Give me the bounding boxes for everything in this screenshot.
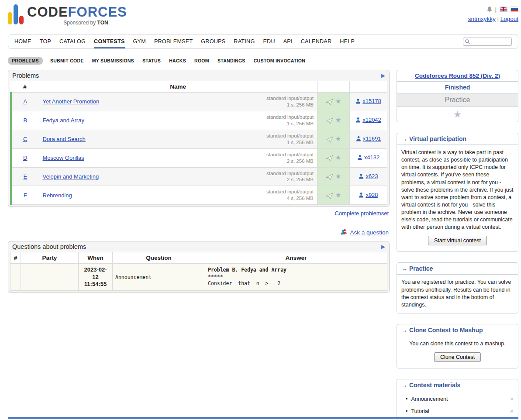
problem-index-link[interactable]: E — [23, 173, 27, 180]
problem-constraints: standard input/output1 s, 256 MB — [266, 114, 314, 127]
favorite-star-icon[interactable]: ★ — [335, 191, 341, 199]
virtual-participation-box: → Virtual participation Virtual contest … — [397, 133, 518, 252]
problem-index-link[interactable]: D — [23, 155, 27, 161]
material-announcement-link[interactable]: Announcement — [411, 396, 448, 402]
subnav-standings[interactable]: STANDINGS — [217, 57, 246, 65]
favorite-star-icon[interactable]: ★ — [335, 172, 341, 180]
submit-plane-icon[interactable] — [326, 192, 333, 200]
column-header-party: Party — [21, 252, 79, 264]
logout-link[interactable]: Logout — [500, 16, 518, 22]
column-header-question: Question — [113, 252, 205, 264]
virtual-participation-text: Virtual contest is a way to take part in… — [401, 149, 514, 231]
material-item: • Announcement × — [397, 393, 518, 405]
separator: | — [495, 6, 497, 13]
submit-plane-icon[interactable] — [326, 136, 333, 143]
nav-home[interactable]: HOME — [14, 34, 31, 48]
flag-ru-icon[interactable] — [511, 7, 518, 12]
virtual-participation-title: → Virtual participation — [397, 133, 518, 145]
submit-plane-icon[interactable] — [326, 98, 333, 106]
column-header-q-index: # — [10, 252, 21, 264]
solved-count-link[interactable]: x15178 — [355, 98, 381, 104]
bell-icon[interactable] — [487, 6, 492, 12]
sidebar: Codeforces Round 852 (Div. 2) Finished P… — [397, 70, 518, 420]
nav-top[interactable]: TOP — [40, 34, 51, 48]
problem-title-link[interactable]: Moscow Gorillas — [43, 155, 84, 161]
contest-subnav: PROBLEMS SUBMIT CODE MY SUBMISSIONS STAT… — [8, 57, 518, 65]
problem-index-link[interactable]: F — [24, 192, 27, 199]
solved-count-link[interactable]: x4132 — [357, 154, 380, 161]
start-virtual-contest-button[interactable]: Start virtual contest — [428, 236, 487, 245]
column-header-when: When — [79, 252, 113, 264]
solved-count-link[interactable]: x11691 — [356, 135, 381, 142]
submit-plane-icon[interactable] — [326, 155, 333, 162]
practice-box: → Practice You are registered for practi… — [397, 262, 518, 313]
subnav-problems[interactable]: PROBLEMS — [8, 57, 43, 65]
person-icon — [357, 155, 362, 160]
column-header-actions — [317, 81, 350, 93]
problem-row-b: B Fedya and Array standard input/output1… — [11, 111, 387, 130]
favorite-star-icon[interactable]: ★ — [335, 116, 341, 124]
solved-count-link[interactable]: x623 — [359, 173, 378, 179]
nav-rating[interactable]: RATING — [234, 34, 255, 48]
favorite-star-icon[interactable]: ★ — [335, 97, 341, 105]
close-icon[interactable]: × — [510, 408, 514, 414]
contest-status-box: Codeforces Round 852 (Div. 2) Finished P… — [397, 70, 518, 122]
column-header-name: Name — [39, 81, 317, 93]
solved-count-link[interactable]: x12042 — [355, 117, 381, 123]
clone-contest-button[interactable]: Clone Contest — [434, 352, 481, 362]
subnav-hacks[interactable]: HACKS — [168, 57, 187, 65]
complete-problemset-link[interactable]: Complete problemset — [335, 210, 389, 217]
nav-contests[interactable]: CONTESTS — [94, 34, 124, 48]
problem-row-d: D Moscow Gorillas standard input/output2… — [11, 148, 387, 167]
material-item: • Tutorial × — [397, 405, 518, 417]
solved-count-link[interactable]: x928 — [359, 192, 378, 198]
submit-plane-icon[interactable] — [326, 173, 333, 181]
problem-title-link[interactable]: Dora and Search — [43, 136, 86, 142]
question-row: 2023-02-12 11:54:55 Announcement Problem… — [10, 264, 387, 291]
favorite-contest-star-icon[interactable]: ★ — [453, 109, 462, 119]
nav-groups[interactable]: GROUPS — [201, 34, 225, 48]
problem-index-link[interactable]: B — [23, 117, 27, 124]
problem-index-link[interactable]: A — [23, 98, 27, 105]
problem-title-link[interactable]: Fedya and Array — [43, 117, 84, 124]
problem-constraints: standard input/output1 s, 256 MB — [266, 133, 314, 146]
nav-catalog[interactable]: CATALOG — [59, 34, 86, 48]
favorite-star-icon[interactable]: ★ — [335, 135, 341, 142]
problem-title-link[interactable]: Rebrending — [43, 192, 72, 199]
ask-question-link[interactable]: Ask a question — [350, 229, 389, 236]
problem-row-e: E Velepin and Marketing standard input/o… — [11, 167, 387, 186]
problem-constraints: standard input/output1 s, 256 MB — [266, 95, 314, 108]
nav-edu[interactable]: EDU — [263, 34, 275, 48]
person-icon — [359, 192, 364, 198]
material-tutorial-link[interactable]: Tutorial — [411, 408, 429, 414]
practice-title: → Practice — [397, 263, 518, 275]
subnav-my-submissions[interactable]: MY SUBMISSIONS — [91, 57, 135, 65]
problem-title-link[interactable]: Yet Another Promotion — [43, 98, 100, 105]
problem-title-link[interactable]: Velepin and Marketing — [43, 173, 99, 180]
favorite-star-icon[interactable]: ★ — [335, 154, 341, 161]
questions-caption: Questions about problems — [12, 243, 86, 250]
contest-mode-label: Practice — [397, 93, 518, 107]
subnav-room[interactable]: ROOM — [193, 57, 210, 65]
question-answer: Problem B. Fedya and Array ***** Conside… — [205, 264, 387, 291]
nav-gym[interactable]: GYM — [133, 34, 146, 48]
expand-arrow-icon[interactable]: ▶ — [381, 244, 385, 250]
problem-row-c: C Dora and Search standard input/output1… — [11, 130, 387, 148]
close-icon[interactable]: × — [510, 396, 514, 402]
nav-problemset[interactable]: PROBLEMSET — [154, 34, 193, 48]
expand-arrow-icon[interactable]: ▶ — [381, 72, 385, 79]
subnav-custom-invocation[interactable]: CUSTOM INVOCATION — [253, 57, 306, 65]
codeforces-logo[interactable]: CODEFORCES Sponsored by TON — [8, 4, 127, 25]
column-header-answer: Answer — [205, 252, 387, 264]
nav-help[interactable]: HELP — [340, 34, 355, 48]
subnav-submit-code[interactable]: SUBMIT CODE — [49, 57, 85, 65]
username-link[interactable]: sntmxykky — [468, 16, 496, 22]
subnav-status[interactable]: STATUS — [141, 57, 162, 65]
nav-calendar[interactable]: CALENDAR — [301, 34, 331, 48]
contest-title-link[interactable]: Codeforces Round 852 (Div. 2) — [415, 72, 500, 79]
problem-index-link[interactable]: C — [23, 136, 27, 142]
problem-row-a: A Yet Another Promotion standard input/o… — [11, 93, 387, 111]
nav-api[interactable]: API — [283, 34, 293, 48]
submit-plane-icon[interactable] — [326, 117, 333, 124]
flag-en-icon[interactable] — [500, 7, 507, 12]
